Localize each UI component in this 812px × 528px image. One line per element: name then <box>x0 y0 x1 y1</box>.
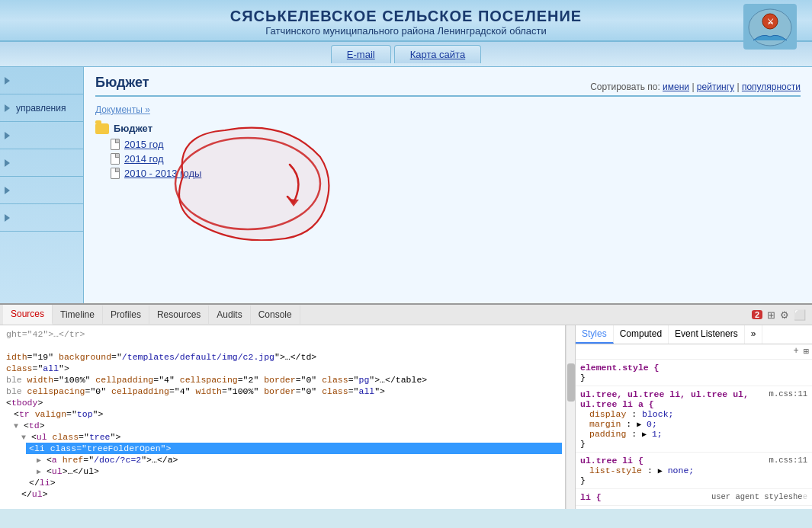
html-scrollbar-thumb <box>567 363 575 402</box>
css-selector: ul.tree li { <box>580 456 644 466</box>
css-source[interactable]: m.css:11 <box>769 389 807 399</box>
svg-text:⚔: ⚔ <box>767 18 774 26</box>
error-badge: 2 <box>752 310 762 319</box>
sort-popularity-link[interactable]: популярности <box>742 82 801 92</box>
breadcrumb[interactable]: Документы » <box>95 104 801 115</box>
sidebar-item-upravleniya[interactable]: управления <box>0 94 83 122</box>
nav-sitemap[interactable]: Карта сайта <box>394 45 481 63</box>
styles-block-ul-tree: ul.tree, ul.tree li, ul.tree ul, m.css:1… <box>576 386 812 453</box>
html-line: ght="42">…</tr> <box>3 328 562 340</box>
html-line: ble cellspacing="0" cellpadding="4" widt… <box>3 386 562 397</box>
arrow-icon <box>5 77 10 85</box>
styles-panel: Styles Computed Event Listeners » + ⊞ el… <box>576 325 812 509</box>
tree-item-label-0: 2015 год <box>124 139 164 150</box>
tree-item-1[interactable]: 2014 год <box>111 153 801 165</box>
arrow-icon <box>5 159 10 167</box>
site-title: СЯСЬКЕЛЕВСКОЕ СЕЛЬСКОЕ ПОСЕЛЕНИЕ <box>0 8 812 25</box>
arrow-icon <box>5 214 10 222</box>
styles-tab-more[interactable]: » <box>745 325 763 344</box>
devtools-expand-icon[interactable]: ⊞ <box>767 309 775 321</box>
sidebar-item-2[interactable] <box>0 122 83 149</box>
html-line: ▼ <td> <box>11 420 562 431</box>
devtools-icons: 2 ⊞ ⚙ ⬜ <box>752 309 809 321</box>
folder-icon <box>95 123 109 134</box>
file-icon <box>111 153 120 165</box>
dt-tab-profiles[interactable]: Profiles <box>103 306 149 324</box>
sidebar-item-3[interactable] <box>0 149 83 177</box>
html-line: <tbody> <box>3 397 562 408</box>
tree-item-label-1: 2014 год <box>124 153 164 165</box>
sort-rating-link[interactable]: рейтингу <box>697 82 734 92</box>
html-line: ▼ <ul class="tree"> <box>18 431 562 443</box>
folder-label: Бюджет <box>114 123 152 134</box>
css-value: none; <box>668 466 695 475</box>
content-area: Бюджет Документы » Сортировать по: имени… <box>84 67 812 303</box>
sidebar-label: управления <box>16 103 66 114</box>
html-line: class="all"> <box>3 363 562 374</box>
html-line: idth="19" background="/templates/default… <box>3 351 562 363</box>
css-prop: padding <box>589 429 626 439</box>
css-selector: ul.tree, ul.tree li, ul.tree ul, <box>580 389 749 399</box>
styles-tab-styles[interactable]: Styles <box>576 325 614 344</box>
svg-marker-4 <box>288 199 299 206</box>
sort-name-link[interactable]: имени <box>663 82 689 92</box>
site-logo: ⚔ <box>743 4 797 50</box>
sidebar-item-5[interactable] <box>0 204 83 232</box>
sort-label: Сортировать по: <box>590 82 660 92</box>
tree-folder: Бюджет <box>95 123 801 134</box>
html-line: ble width="100%" cellpadding="4" cellspa… <box>3 374 562 386</box>
styles-tabs: Styles Computed Event Listeners » <box>576 325 812 344</box>
css-value: 1; <box>652 429 663 439</box>
dt-tab-resources[interactable]: Resources <box>149 306 209 324</box>
dt-tab-audits[interactable]: Audits <box>209 306 250 324</box>
tree-item-2[interactable]: 2010 - 2013 годы <box>111 168 801 179</box>
dt-tab-console[interactable]: Console <box>251 306 300 324</box>
css-source[interactable]: m.css:11 <box>769 456 807 466</box>
site-subtitle: Гатчинского муниципального района Ленинг… <box>0 25 812 37</box>
html-line: </ul> <box>18 488 562 500</box>
file-icon <box>111 139 120 150</box>
sidebar-item-1[interactable] <box>0 67 83 94</box>
tree-item-0[interactable]: 2015 год <box>111 139 801 150</box>
html-line <box>3 340 562 351</box>
svg-point-3 <box>175 138 320 229</box>
html-panel[interactable]: ght="42">…</tr> idth="19" background="/t… <box>0 325 566 509</box>
arrow-icon <box>5 187 10 194</box>
css-source: user agent styleshee <box>711 492 807 502</box>
file-icon <box>111 168 120 179</box>
html-scrollbar[interactable] <box>566 325 575 509</box>
styles-tab-eventlisteners[interactable]: Event Listeners <box>669 325 745 344</box>
arrow-icon <box>5 104 10 112</box>
devtools-settings-icon[interactable]: ⚙ <box>780 309 789 321</box>
html-line: ▶ <ul>…</ul> <box>34 466 562 477</box>
css-prop: margin <box>589 419 621 429</box>
nav-email[interactable]: E-mail <box>331 45 391 63</box>
site-header: СЯСЬКЕЛЕВСКОЕ СЕЛЬСКОЕ ПОСЕЛЕНИЕ Гатчинс… <box>0 0 812 42</box>
css-prop: display <box>589 409 626 419</box>
arrow-icon <box>5 132 10 139</box>
expand-icon[interactable]: ▶ <box>642 430 647 439</box>
expand-icon[interactable]: ▶ <box>658 467 663 475</box>
styles-block-element: element.style { } <box>576 360 812 386</box>
styles-add-icon[interactable]: + <box>794 346 799 357</box>
styles-inspect-icon[interactable]: ⊞ <box>804 346 809 357</box>
styles-block-ul-tree-li: ul.tree li { m.css:11 list-style : ▶ non… <box>576 453 812 489</box>
main-layout: управления Бюджет Документы » Сортироват… <box>0 67 812 303</box>
devtools-tabs: Sources Timeline Profiles Resources Audi… <box>0 305 812 325</box>
nav-bar: E-mail Карта сайта <box>0 42 812 67</box>
devtools-dock-icon[interactable]: ⬜ <box>794 309 806 321</box>
css-selector: li { <box>580 492 602 502</box>
sidebar: управления <box>0 67 84 303</box>
html-line: ▶ <a href="/doc/?c=2">…</a> <box>34 454 562 466</box>
styles-block-li-useragent: li { user agent styleshee <box>576 489 812 506</box>
sort-bar: Сортировать по: имени | рейтингу | попул… <box>590 82 801 92</box>
styles-tab-computed[interactable]: Computed <box>614 325 669 344</box>
devtools-content: ght="42">…</tr> idth="19" background="/t… <box>0 325 812 509</box>
devtools-panel: Sources Timeline Profiles Resources Audi… <box>0 303 812 509</box>
dt-tab-timeline[interactable]: Timeline <box>53 306 103 324</box>
dt-tab-sources[interactable]: Sources <box>3 305 53 325</box>
css-selector: ul.tree li a { <box>580 399 654 409</box>
sidebar-item-4[interactable] <box>0 177 83 204</box>
expand-icon[interactable]: ▶ <box>637 421 641 429</box>
html-line-selected[interactable]: <li class="treeFolderOpen"> <box>26 443 562 454</box>
